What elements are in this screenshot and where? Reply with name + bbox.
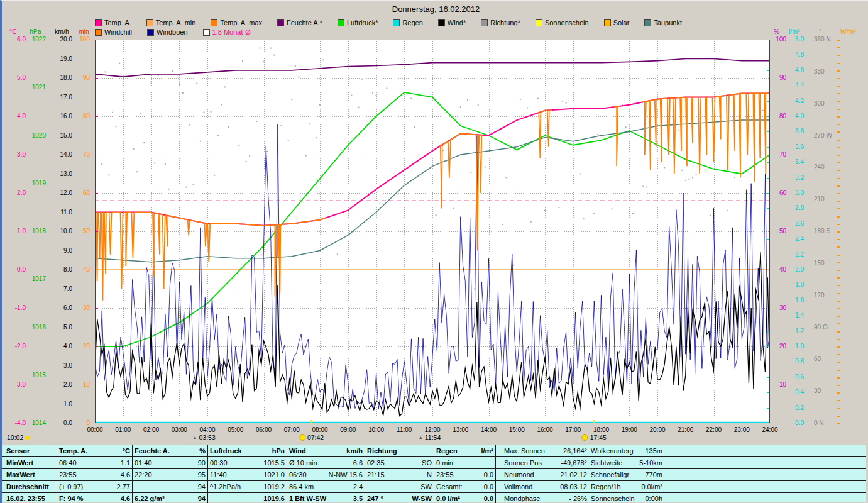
table-cell: km/h <box>338 445 365 456</box>
weather-app-window: Donnerstag, 16.02.2012 Temp. A.Temp. A. … <box>0 0 868 503</box>
axis-tick-humidity: 90 <box>772 75 786 81</box>
x-axis-tick: 01:00 <box>112 426 135 433</box>
legend-item-windb-en[interactable]: Windböen <box>147 29 188 36</box>
axis-tick-temp: 2.0 <box>6 190 26 196</box>
table-cell: Ø 10 min. <box>287 457 338 468</box>
axis-tick-wind: 8.0 <box>52 267 72 273</box>
axis-tick-wind: 13.0 <box>52 171 72 177</box>
axis-tick-sunshine: 20 <box>75 343 90 350</box>
legend-item-regen[interactable]: Regen <box>393 19 422 26</box>
table-cell: 06:40 <box>57 457 104 468</box>
axis-dash-tick <box>837 346 840 348</box>
table-cell: 22:20 <box>133 469 182 480</box>
axis-dash-tick <box>837 385 840 386</box>
axis-dash-tick <box>837 147 840 148</box>
axis-tick-temp: 3.0 <box>6 152 26 158</box>
legend-swatch <box>481 19 488 26</box>
axis-solar <box>837 1 844 503</box>
axis-tick-rain: 0.8 <box>788 358 804 365</box>
table-cell <box>473 457 496 468</box>
axis-dash-tick <box>837 155 840 156</box>
axis-dash-tick <box>837 239 840 240</box>
astro-info-label: Vollmond <box>504 483 532 490</box>
x-axis-tick: 15:00 <box>505 426 528 433</box>
table-cell: 1019.6 <box>260 493 287 503</box>
legend-item-luftdruck-[interactable]: Luftdruck* <box>338 19 378 26</box>
axis-tick-pressure: 1021 <box>27 84 46 91</box>
astro-time: 10:02 <box>7 434 23 441</box>
axis-tick-wind: 9.0 <box>52 248 72 254</box>
axis-tick-temp: 0.0 <box>6 267 26 273</box>
legend-label: 1.8 Monat-Ø <box>212 29 251 36</box>
legend-item-sonnenschein[interactable]: Sonnenschein <box>536 19 589 26</box>
legend-item-feuchte-a-[interactable]: Feuchte A.* <box>277 19 322 26</box>
x-axis-tick: 07:00 <box>280 426 303 433</box>
table-cell: 0 min. <box>434 457 473 468</box>
moon-arrow-icon: ▲ <box>419 435 423 440</box>
axis-tick-pressure: 1020 <box>27 133 46 139</box>
legend-label: Temp. A. min <box>156 19 196 26</box>
legend-item-temp-a-[interactable]: Temp. A. <box>95 19 131 26</box>
table-cell <box>208 493 260 503</box>
legend-swatch <box>536 19 542 26</box>
table-cell: (+ 0.97) <box>57 481 104 492</box>
x-axis-tick: 11:00 <box>393 426 415 433</box>
astro-info-value: - 26% <box>569 495 587 502</box>
legend-item-solar[interactable]: Solar <box>604 19 630 26</box>
table-cell: 11:40 <box>208 469 260 480</box>
axis-dash-tick <box>837 170 840 171</box>
x-axis-tick: 02:00 <box>140 426 163 433</box>
legend-swatch <box>438 19 445 26</box>
axis-tick-direction: 120 <box>814 292 839 299</box>
legend-label: Taupunkt <box>654 19 682 26</box>
legend-item-1-8-monat-[interactable]: 1.8 Monat-Ø <box>203 29 251 36</box>
table-cell: l/m² <box>473 445 496 456</box>
table-cell: 01:40 <box>133 457 182 468</box>
axis-tick-rain: 3.4 <box>788 159 804 165</box>
axis-tick-pressure: 1019 <box>27 180 46 187</box>
axis-tick-direction: 300 <box>814 101 839 107</box>
axis-tick-direction: 210 <box>814 196 839 202</box>
legend-item-temp-a-max[interactable]: Temp. A. max <box>211 19 262 26</box>
axis-tick-rain: 2.6 <box>788 221 804 227</box>
x-axis-tick: 06:00 <box>253 426 275 433</box>
axis-dash-tick <box>837 293 840 294</box>
legend-swatch <box>338 19 344 26</box>
legend-item-temp-a-min[interactable]: Temp. A. min <box>146 19 196 26</box>
axis-tick-pressure: 1014 <box>27 420 46 426</box>
axis-tick-wind: 19.0 <box>52 56 72 62</box>
x-axis-tick: 09:00 <box>337 426 360 433</box>
astro-info-cell: Schneefallgr770m <box>589 469 664 480</box>
astro-info-label: Neumond <box>504 471 534 478</box>
legend-label: Regen <box>402 19 422 26</box>
x-axis-tick: 22:00 <box>703 426 725 433</box>
axis-tick-sunshine: 90 <box>75 75 90 81</box>
legend-item-richtung-[interactable]: Richtung* <box>481 19 520 26</box>
astro-time: 17:45 <box>590 434 607 441</box>
table-cell: F: 94 % <box>57 493 104 503</box>
legend-swatch <box>211 19 217 26</box>
axis-dash-tick <box>837 101 840 102</box>
axis-pressure: 102210211020101910181017101610151014 <box>27 1 46 503</box>
legend-label: Luftdruck* <box>347 19 378 26</box>
axis-tick-temp: 5.0 <box>6 75 26 81</box>
axis-tick-sunshine: 60 <box>75 190 90 196</box>
table-cell: 23:55 <box>434 469 473 480</box>
table-cell: 1021.0 <box>260 469 287 480</box>
axis-dash-tick <box>837 55 840 56</box>
axis-tick-humidity: 80 <box>772 113 786 119</box>
axis-tick-temp: -1.0 <box>6 305 26 311</box>
legend-item-windchill[interactable]: Windchill <box>95 29 132 36</box>
axis-tick-rain: 4.8 <box>788 52 804 58</box>
x-axis-tick: 04:00 <box>196 426 219 433</box>
x-axis-tick: 05:00 <box>224 426 247 433</box>
table-cell: 0.0 <box>473 493 496 503</box>
axis-tick-rain: 0.0 <box>788 420 804 426</box>
legend-item-wind-[interactable]: Wind* <box>438 19 466 26</box>
axis-tick-pressure: 1015 <box>27 372 46 379</box>
axis-tick-rain: 1.2 <box>788 328 804 334</box>
astro-time: 11:54 <box>425 434 441 441</box>
axis-dash-tick <box>837 216 840 218</box>
legend-item-taupunkt[interactable]: Taupunkt <box>644 19 682 26</box>
axis-tick-humidity: 10 <box>772 382 786 388</box>
